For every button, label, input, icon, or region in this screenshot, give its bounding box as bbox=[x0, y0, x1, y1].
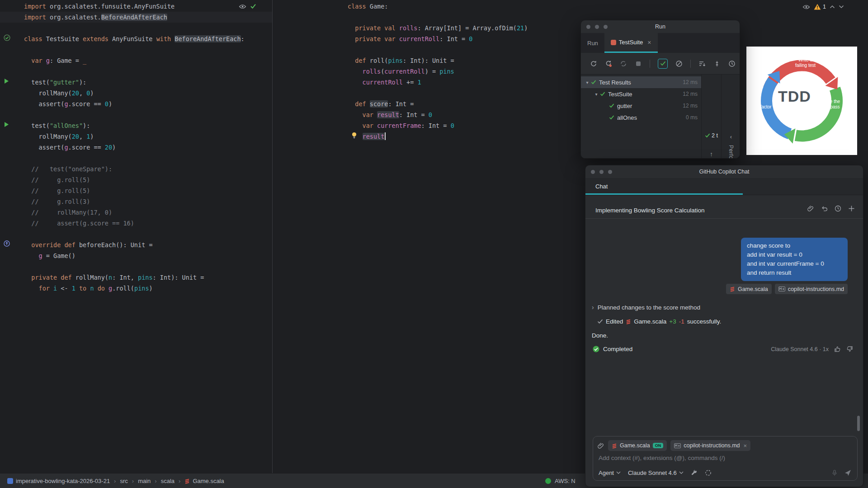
breadcrumb-item[interactable]: imperative-bowling-kata-2026-03-21 bbox=[7, 478, 110, 484]
code-line[interactable]: var result: Int = 0 bbox=[348, 109, 528, 120]
wrench-icon[interactable] bbox=[691, 469, 698, 476]
thumbs-up-icon[interactable] bbox=[834, 346, 841, 352]
code-line[interactable] bbox=[24, 23, 245, 33]
run-class-icon[interactable] bbox=[4, 34, 10, 41]
input-context-chip[interactable]: Game.scalaON bbox=[608, 440, 667, 451]
thumbs-down-icon[interactable] bbox=[846, 346, 853, 352]
code-line[interactable]: // assert(g.score == 16) bbox=[24, 218, 245, 229]
warning-icon[interactable]: 1 bbox=[814, 4, 826, 10]
intention-bulb-icon[interactable] bbox=[351, 132, 357, 139]
test-tree-row[interactable]: ▾TestSuite12 ms bbox=[581, 88, 701, 100]
attach-icon[interactable] bbox=[807, 205, 814, 212]
model-select[interactable]: Claude Sonnet 4.6 bbox=[628, 469, 684, 476]
code-line[interactable]: currentRoll += 1 bbox=[348, 77, 528, 88]
context-chip[interactable]: Game.scala bbox=[726, 284, 772, 294]
chat-scrollbar[interactable] bbox=[857, 416, 860, 431]
mic-icon[interactable] bbox=[831, 469, 838, 476]
code-line[interactable]: private val rolls: Array[Int] = Array.of… bbox=[348, 23, 528, 33]
test-suite-editor[interactable]: import org.scalatest.funsuite.AnyFunSuit… bbox=[0, 0, 272, 473]
eye-icon[interactable] bbox=[802, 5, 810, 9]
maximize-window-icon[interactable] bbox=[604, 25, 608, 29]
game-code[interactable]: class Game: private val rolls: Array[Int… bbox=[348, 1, 528, 142]
tab-testsuite[interactable]: TestSuite × bbox=[604, 33, 658, 53]
code-line[interactable]: // test("oneSpare"): bbox=[24, 164, 245, 174]
remove-chip-icon[interactable]: × bbox=[744, 442, 747, 449]
code-line[interactable]: test("gutter"): bbox=[24, 77, 245, 88]
code-line[interactable]: rollMany(20, 1) bbox=[24, 131, 245, 142]
chevron-expanded-icon[interactable]: ▾ bbox=[593, 92, 600, 97]
code-line[interactable] bbox=[24, 261, 245, 272]
show-passed-icon[interactable] bbox=[658, 59, 668, 69]
breadcrumb-item[interactable]: scala bbox=[161, 478, 175, 484]
code-line[interactable]: import org.scalatest.funsuite.AnyFunSuit… bbox=[24, 1, 245, 12]
test-tree-row[interactable]: gutter12 ms bbox=[581, 100, 701, 112]
agent-mode-select[interactable]: Agent bbox=[599, 469, 621, 476]
minimize-window-icon[interactable] bbox=[599, 170, 604, 174]
code-line[interactable]: private def rollMany(n: Int, pins: Int):… bbox=[24, 272, 245, 283]
minimize-window-icon[interactable] bbox=[595, 25, 599, 29]
maximize-window-icon[interactable] bbox=[608, 170, 612, 174]
code-line[interactable]: assert(g.score == 20) bbox=[24, 142, 245, 153]
breadcrumb-item[interactable]: main bbox=[138, 478, 151, 484]
close-tab-icon[interactable]: × bbox=[647, 39, 651, 46]
tab-run[interactable]: Run bbox=[581, 33, 604, 53]
new-chat-icon[interactable] bbox=[848, 205, 855, 212]
chat-input-placeholder[interactable]: Add context (#), extensions (@), command… bbox=[599, 455, 725, 461]
copilot-window-titlebar[interactable]: GitHub Copilot Chat bbox=[585, 165, 863, 178]
code-line[interactable]: // g.roll(5) bbox=[24, 185, 245, 196]
code-line[interactable] bbox=[348, 44, 528, 55]
refresh-icon[interactable] bbox=[620, 60, 627, 67]
code-line[interactable]: for i <- 1 to n do g.roll(pins) bbox=[24, 283, 245, 294]
code-line[interactable]: // g.roll(3) bbox=[24, 196, 245, 207]
code-line[interactable]: def roll(pins: Int): Unit = bbox=[348, 55, 528, 66]
breadcrumb-item[interactable]: src bbox=[120, 478, 127, 484]
code-line[interactable]: result bbox=[348, 131, 528, 142]
code-line[interactable]: g = Game() bbox=[24, 250, 245, 261]
code-line[interactable]: import org.scalatest.BeforeAndAfterEach bbox=[24, 12, 245, 23]
input-context-chip[interactable]: copilot-instructions.md× bbox=[670, 440, 750, 451]
code-line[interactable]: test("allOnes"): bbox=[24, 120, 245, 131]
chevron-up-icon[interactable] bbox=[830, 5, 835, 9]
code-line[interactable]: var g: Game = _ bbox=[24, 55, 245, 66]
code-line[interactable]: assert(g.score == 0) bbox=[24, 99, 245, 109]
run-test-icon[interactable] bbox=[4, 78, 9, 84]
code-line[interactable] bbox=[24, 153, 245, 164]
code-line[interactable] bbox=[24, 44, 245, 55]
code-line[interactable]: def score: Int = bbox=[348, 99, 528, 109]
breadcrumb-item[interactable]: Game.scala bbox=[184, 478, 224, 484]
editor-split-divider[interactable] bbox=[272, 0, 273, 473]
rerun-icon[interactable] bbox=[590, 60, 597, 67]
previous-test-icon[interactable]: ↑ bbox=[710, 150, 713, 158]
paperclip-icon[interactable] bbox=[598, 442, 604, 449]
code-line[interactable]: private var currentRoll: Int = 0 bbox=[348, 33, 528, 44]
rerun-failed-tests-icon[interactable] bbox=[605, 60, 612, 67]
code-line[interactable]: // g.roll(5) bbox=[24, 174, 245, 185]
code-line[interactable]: override def beforeEach(): Unit = bbox=[24, 239, 245, 250]
code-line[interactable]: rolls(currentRoll) = pins bbox=[348, 66, 528, 77]
eye-icon[interactable] bbox=[239, 4, 246, 9]
code-line[interactable] bbox=[348, 88, 528, 99]
context-chip[interactable]: copilot-instructions.md bbox=[775, 284, 848, 294]
undo-icon[interactable] bbox=[821, 205, 828, 212]
sort-by-duration-icon[interactable] bbox=[698, 60, 706, 67]
code-line[interactable] bbox=[24, 109, 245, 120]
progress-circle-icon[interactable] bbox=[705, 469, 712, 476]
chevron-expanded-icon[interactable]: ▾ bbox=[584, 80, 591, 85]
planned-changes-row[interactable]: › Planned changes to the score method bbox=[592, 304, 700, 311]
close-window-icon[interactable] bbox=[591, 170, 595, 174]
code-line[interactable]: // rollMany(17, 0) bbox=[24, 207, 245, 218]
code-line[interactable]: rollMany(20, 0) bbox=[24, 88, 245, 99]
code-line[interactable]: var currentFrame: Int = 0 bbox=[348, 120, 528, 131]
send-icon[interactable] bbox=[844, 469, 852, 477]
test-tree-row[interactable]: allOnes0 ms bbox=[581, 112, 701, 123]
performance-tab-label[interactable]: Performance bbox=[728, 145, 734, 159]
collapse-icon[interactable]: ‹ bbox=[722, 133, 740, 140]
history-icon[interactable] bbox=[835, 205, 841, 212]
code-line[interactable] bbox=[348, 12, 528, 23]
code-line[interactable]: class TestSuite extends AnyFunSuite with… bbox=[24, 33, 245, 44]
override-method-icon[interactable] bbox=[4, 240, 10, 247]
stop-icon[interactable] bbox=[635, 60, 642, 67]
edited-file-name[interactable]: Game.scala bbox=[634, 318, 666, 325]
chevron-down-icon[interactable] bbox=[839, 5, 844, 9]
no-problems-check-icon[interactable] bbox=[250, 4, 256, 9]
